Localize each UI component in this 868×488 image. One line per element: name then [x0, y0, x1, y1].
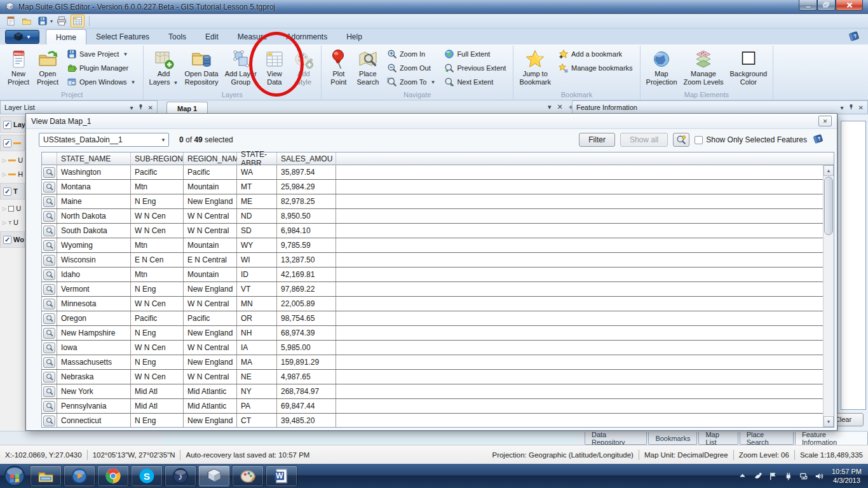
- layer-list-item[interactable]: ▷U: [0, 201, 25, 215]
- row-zoom-button[interactable]: [43, 226, 55, 236]
- row-zoom-button[interactable]: [43, 328, 55, 339]
- row-zoom-button[interactable]: [43, 211, 55, 222]
- pin-icon[interactable]: [848, 104, 854, 111]
- layer-list-item[interactable]: ▷TU: [0, 215, 25, 229]
- help-book-icon[interactable]: ?: [812, 133, 824, 146]
- tab-measure[interactable]: Measure: [228, 29, 277, 44]
- presenter-icon[interactable]: [753, 471, 763, 481]
- table-row[interactable]: ConnecticutN EngNew EnglandCT39,485.20: [42, 414, 834, 427]
- row-zoom-button[interactable]: [43, 284, 55, 295]
- qat-view-data-icon[interactable]: [71, 15, 85, 27]
- qat-open-project-icon[interactable]: [20, 15, 34, 27]
- map-document-tab[interactable]: Map 1: [166, 102, 208, 114]
- qat-save-icon[interactable]: [36, 15, 50, 27]
- chevron-down-icon[interactable]: ▾: [50, 18, 53, 24]
- ribbon-button-plugin-manager[interactable]: Plugin Manager: [65, 62, 138, 74]
- table-row[interactable]: NebraskaW N CenW N CentralNE4,987.65: [42, 370, 834, 384]
- row-zoom-button[interactable]: [43, 299, 55, 309]
- tab-home[interactable]: Home: [46, 29, 86, 44]
- expand-arrow-icon[interactable]: ▷: [3, 220, 6, 226]
- tab-tools[interactable]: Tools: [159, 29, 196, 44]
- column-header-sales-amou[interactable]: SALES_AMOU: [277, 152, 336, 165]
- table-row[interactable]: South DakotaW N CenW N CentralSD6,984.10: [42, 224, 834, 238]
- row-zoom-button[interactable]: [43, 196, 55, 207]
- tab-select-features[interactable]: Select Features: [86, 29, 159, 44]
- dialog-close-button[interactable]: ✕: [818, 116, 832, 126]
- layer-list-item[interactable]: ✓: [0, 135, 25, 151]
- ribbon-button-open-windows[interactable]: Open Windows▼: [65, 76, 138, 88]
- table-row[interactable]: IdahoMtnMountainID42,169.81: [42, 268, 834, 282]
- table-row[interactable]: WyomingMtnMountainWY9,785.59: [42, 238, 834, 253]
- expand-arrow-icon[interactable]: ▷: [3, 206, 6, 212]
- taskbar-app-skype[interactable]: S: [131, 465, 163, 487]
- table-row[interactable]: IowaW N CenW N CentralIA5,985.00: [42, 341, 834, 355]
- ribbon-button-open-project[interactable]: OpenProject: [33, 46, 62, 90]
- row-zoom-button[interactable]: [43, 255, 55, 266]
- bottom-tab-data-repository[interactable]: Data Repository: [585, 432, 647, 445]
- row-zoom-button[interactable]: [43, 386, 55, 397]
- bottom-tab-feature-information[interactable]: Feature Information: [795, 432, 868, 445]
- ribbon-button-manage-bookmarks[interactable]: Manage bookmarks: [557, 62, 635, 74]
- ribbon-button-full-extent[interactable]: Full Extent: [442, 48, 508, 60]
- ribbon-button-manage-zoom-levels[interactable]: ManageZoom Levels: [681, 46, 727, 90]
- ribbon-button-zoom-out[interactable]: Zoom Out: [385, 62, 438, 74]
- ribbon-button-add-layers[interactable]: AddLayers ▼: [146, 46, 182, 90]
- scroll-up-arrow[interactable]: ▲: [824, 165, 834, 176]
- ribbon-button-background-color[interactable]: BackgroundColor: [726, 46, 770, 90]
- show-only-selected-checkbox[interactable]: [695, 136, 703, 144]
- layer-list-item[interactable]: ✓T: [0, 183, 25, 200]
- hidden-icons-arrow-icon[interactable]: [738, 471, 747, 481]
- row-zoom-button[interactable]: [43, 182, 55, 193]
- column-header-state-name[interactable]: STATE_NAME: [57, 152, 131, 165]
- table-row[interactable]: MinnesotaW N CenW N CentralMN22,005.89: [42, 297, 834, 311]
- tab-edit[interactable]: Edit: [196, 29, 228, 44]
- taskbar-app-explorer[interactable]: [30, 465, 62, 487]
- layer-list-item[interactable]: ▷U: [0, 153, 25, 167]
- application-menu-button[interactable]: ▼: [5, 30, 39, 44]
- layer-checkbox[interactable]: ✓: [3, 121, 11, 129]
- layer-checkbox[interactable]: ✓: [3, 236, 11, 244]
- row-zoom-button[interactable]: [43, 240, 55, 251]
- bottom-tab-bookmarks[interactable]: Bookmarks: [648, 432, 697, 445]
- layer-list-item[interactable]: ✓Wo: [0, 231, 25, 248]
- ribbon-button-place-search[interactable]: PlaceSearch: [353, 46, 383, 90]
- vertical-scrollbar[interactable]: ▲ ▼: [823, 165, 834, 427]
- ribbon-button-add-layer-group[interactable]: Add LayerGroup: [222, 46, 260, 90]
- network-icon[interactable]: [799, 471, 808, 481]
- row-zoom-button[interactable]: [43, 313, 55, 324]
- ribbon-button-jump-to-bookmark[interactable]: Jump toBookmark: [516, 46, 554, 90]
- expand-arrow-icon[interactable]: ▷: [3, 158, 6, 163]
- row-zoom-button[interactable]: [43, 269, 55, 280]
- taskbar-app-itunes[interactable]: ♪: [165, 465, 196, 487]
- close-icon[interactable]: ✕: [557, 103, 563, 111]
- table-row[interactable]: PennsylvaniaMid AtlMid AtlanticPA69,847.…: [42, 399, 834, 414]
- table-row[interactable]: New YorkMid AtlMid AtlanticNY268,784.97: [42, 384, 834, 399]
- taskbar-app-paint[interactable]: [232, 465, 264, 487]
- tab-help[interactable]: Help: [337, 29, 372, 44]
- layer-checkbox[interactable]: ✓: [3, 187, 11, 196]
- ribbon-button-zoom-in[interactable]: Zoom In: [385, 48, 438, 60]
- table-row[interactable]: MassachusettsN EngNew EnglandMA159,891.2…: [42, 355, 834, 370]
- zoom-to-selection-button[interactable]: [673, 133, 689, 147]
- taskbar-app-map-suite[interactable]: [198, 465, 230, 487]
- layer-list-item[interactable]: ✓Lay: [0, 116, 25, 133]
- ribbon-button-new-project[interactable]: PROJNewProject: [4, 46, 33, 90]
- tab-adornments[interactable]: Adornments: [276, 29, 337, 44]
- row-zoom-button[interactable]: [43, 416, 55, 426]
- layer-checkbox[interactable]: ✓: [3, 139, 11, 147]
- row-zoom-button[interactable]: [43, 372, 55, 383]
- table-row[interactable]: New HampshireN EngNew EnglandNH68,974.39: [42, 326, 834, 341]
- qat-print-icon[interactable]: [55, 15, 69, 27]
- ribbon-button-save-project[interactable]: Save Project▼: [65, 48, 138, 60]
- power-icon[interactable]: [783, 471, 793, 481]
- column-header-sub-region[interactable]: SUB-REGION: [131, 152, 184, 165]
- column-header-region-nam[interactable]: REGION_NAM: [184, 152, 237, 165]
- qat-new-project-icon[interactable]: [4, 15, 18, 27]
- expand-arrow-icon[interactable]: ▷: [3, 172, 6, 177]
- row-zoom-button[interactable]: [43, 167, 55, 178]
- table-row[interactable]: North DakotaW N CenW N CentralND8,950.50: [42, 209, 834, 224]
- table-row[interactable]: WashingtonPacificPacificWA35,897.54: [42, 165, 834, 180]
- taskbar-app-word[interactable]: W: [266, 465, 297, 487]
- scroll-down-arrow[interactable]: ▼: [824, 416, 834, 427]
- chevron-down-icon[interactable]: ▾: [548, 103, 552, 111]
